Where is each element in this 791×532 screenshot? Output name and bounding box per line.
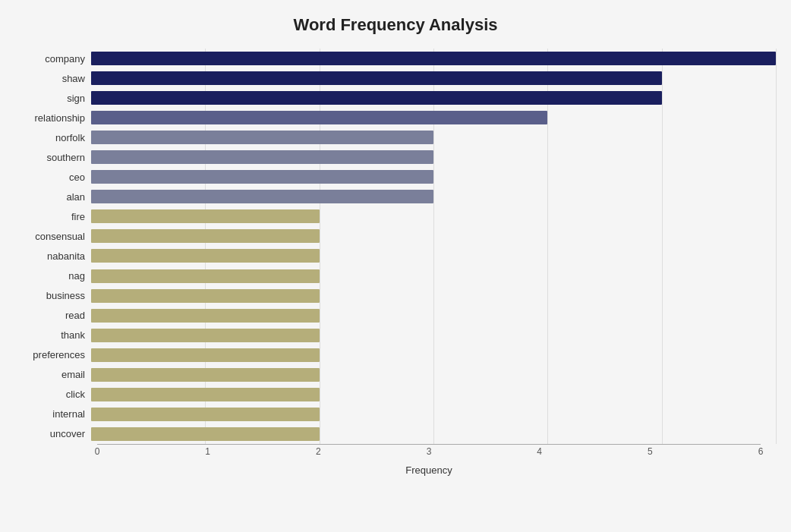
y-axis-labels: companyshawsignrelationshipnorfolksouthe… — [15, 49, 91, 444]
y-label: norfolk — [55, 129, 85, 146]
bar — [91, 52, 776, 65]
y-label: thank — [61, 327, 85, 344]
bar-row — [91, 228, 776, 244]
bar — [91, 329, 320, 342]
bar-row — [91, 188, 776, 205]
bar-row — [91, 90, 776, 106]
y-label: southern — [46, 149, 85, 165]
bar-row — [91, 327, 776, 344]
y-label: shaw — [62, 70, 85, 87]
bar — [91, 309, 320, 323]
bar — [91, 150, 433, 164]
y-label: sign — [67, 90, 85, 106]
y-label: nabanita — [47, 247, 85, 264]
bar-row — [91, 208, 776, 225]
bar — [91, 209, 320, 223]
bar-row — [91, 129, 776, 146]
grid-line — [662, 49, 663, 444]
x-axis-line — [97, 444, 761, 445]
chart-container: Word Frequency Analysis companyshawsignr… — [0, 0, 791, 532]
x-tick: 6 — [758, 446, 764, 457]
y-label: fire — [71, 208, 85, 225]
bar-row — [91, 70, 776, 87]
bar — [91, 368, 320, 382]
y-label: business — [46, 288, 85, 304]
bar — [91, 111, 547, 124]
bar-row — [91, 406, 776, 423]
bars-area — [91, 49, 776, 444]
bar — [91, 249, 320, 263]
x-tick: 2 — [316, 446, 321, 457]
chart-title: Word Frequency Analysis — [15, 15, 776, 35]
x-tick: 5 — [648, 446, 653, 457]
bar-row — [91, 50, 776, 67]
bar-row — [91, 247, 776, 264]
bar-row — [91, 168, 776, 185]
grid-line — [776, 49, 777, 444]
bar — [91, 348, 320, 362]
y-label: email — [61, 367, 85, 383]
bar-row — [91, 307, 776, 324]
bar — [91, 427, 320, 441]
y-label: company — [45, 50, 85, 67]
bar — [91, 269, 320, 283]
y-label: internal — [52, 406, 85, 423]
bar — [91, 170, 433, 184]
x-axis-section: 0123456 Frequency — [97, 444, 761, 476]
grid-line — [320, 49, 320, 444]
x-tick: 4 — [537, 446, 542, 457]
grid-line — [205, 49, 206, 444]
y-label: click — [66, 386, 85, 403]
x-tick: 0 — [95, 446, 100, 457]
bar — [91, 408, 320, 421]
bar-row — [91, 426, 776, 442]
bar-row — [91, 367, 776, 383]
bar — [91, 131, 433, 144]
y-label: nag — [68, 268, 85, 285]
y-label: consensual — [35, 228, 85, 244]
bar — [91, 229, 320, 243]
grid-line — [547, 49, 548, 444]
bars-wrapper — [91, 49, 776, 444]
y-label: preferences — [33, 347, 85, 364]
bar-row — [91, 149, 776, 165]
bar-row — [91, 288, 776, 304]
y-label: alan — [66, 188, 85, 205]
bar — [91, 91, 662, 105]
x-axis-label: Frequency — [97, 464, 761, 476]
bar — [91, 71, 662, 85]
x-ticks-row: 0123456 — [97, 446, 761, 463]
y-label: ceo — [69, 168, 85, 185]
y-label: relationship — [35, 109, 86, 126]
bar-row — [91, 347, 776, 364]
bar — [91, 190, 433, 203]
y-label: uncover — [50, 426, 85, 442]
x-tick: 3 — [427, 446, 432, 457]
bar — [91, 289, 320, 303]
bar — [91, 388, 320, 401]
bar-row — [91, 386, 776, 403]
bar-row — [91, 109, 776, 126]
grid-line — [433, 49, 434, 444]
x-tick: 1 — [205, 446, 210, 457]
y-label: read — [65, 307, 85, 324]
bar-row — [91, 268, 776, 285]
